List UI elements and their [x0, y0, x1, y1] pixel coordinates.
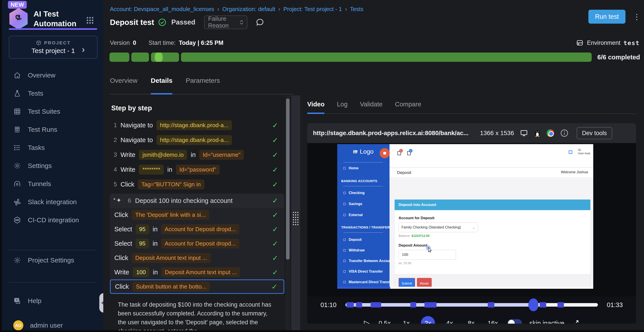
sidebar-item-test-suites[interactable]: Test Suites: [2, 102, 103, 120]
timeline-playhead[interactable]: [528, 298, 538, 311]
step-locator-chip[interactable]: Deposit Amount text input ...: [161, 267, 240, 277]
bank-nav-checking[interactable]: Checking: [344, 191, 364, 195]
step-locator-chip[interactable]: Id="password": [176, 165, 220, 174]
step-row-1[interactable]: 1 Navigate to http://stage.dbank.prod-a.…: [110, 118, 284, 133]
user-menu[interactable]: AU admin user: [2, 315, 103, 332]
timeline-activity-marker[interactable]: [346, 302, 354, 308]
deposit-amount-input[interactable]: 100: [398, 250, 456, 260]
speed-0.5x[interactable]: 0.5x: [378, 316, 392, 324]
substep-row-6-selected[interactable]: Click Submit button at the botto... ✓: [110, 280, 284, 294]
play-button[interactable]: ▷: [364, 318, 370, 324]
step-group-header[interactable]: ✦ 6 Deposit 100 into checking account ✓: [110, 194, 284, 208]
progress-segment-active[interactable]: [151, 52, 179, 62]
step-row-5[interactable]: 5 Click Tag="BUTTON" Sign in ✓: [110, 177, 284, 192]
progress-segment[interactable]: [181, 52, 592, 62]
kebab-menu-icon[interactable]: ⋮: [633, 12, 640, 21]
step-locator-chip[interactable]: Account for Deposit dropd...: [161, 224, 239, 234]
progress-segment[interactable]: [131, 52, 149, 62]
substep-row-5[interactable]: Write 100 in Deposit Amount text input .…: [110, 265, 284, 280]
timeline-track[interactable]: [346, 303, 598, 306]
sidebar-item-help[interactable]: ? Help: [2, 292, 103, 310]
progress-segment[interactable]: [110, 52, 129, 62]
step-row-3[interactable]: 3 Write jsmith@demo.io in Id="username" …: [110, 148, 284, 162]
sidebar-item-cicd-integration[interactable]: CI-CD integration: [2, 211, 103, 229]
tab-details[interactable]: Details: [151, 73, 172, 94]
sidebar-item-test-runs[interactable]: Test Runs: [2, 120, 103, 139]
bank-nav-external[interactable]: External: [344, 213, 362, 217]
bank-nav-savings[interactable]: Savings: [344, 202, 362, 206]
sidebar-item-tunnels[interactable]: Tunnels: [2, 175, 103, 193]
step-value-chip[interactable]: 95: [136, 224, 149, 234]
breadcrumb-tests[interactable]: Tests: [350, 6, 364, 12]
substep-row-4[interactable]: Click Deposit Amount text input ... ✓: [110, 251, 284, 265]
info-icon[interactable]: [560, 129, 569, 138]
timeline-activity-marker[interactable]: [356, 302, 362, 308]
step-locator-chip[interactable]: Submit button at the botto...: [132, 282, 210, 292]
bank-nav-withdraw[interactable]: Withdraw: [344, 248, 364, 252]
project-selector[interactable]: PROJECT Test project - 1 ›: [9, 36, 98, 59]
step-locator-chip[interactable]: Tag="BUTTON" Sign in: [138, 180, 204, 190]
breadcrumb-account[interactable]: Account: Devspace_all_module_licenses: [110, 6, 214, 12]
timeline-activity-marker[interactable]: [370, 302, 381, 308]
dev-tools-button[interactable]: Dev tools: [577, 127, 612, 139]
timeline-activity-marker[interactable]: [488, 302, 494, 308]
sidebar-item-tasks[interactable]: Tasks: [2, 139, 103, 157]
speed-8x[interactable]: 8x: [464, 316, 478, 324]
bank-notification-icon[interactable]: 0: [398, 151, 401, 155]
step-locator-chip[interactable]: Deposit Amount text input ...: [132, 253, 210, 263]
tab-compare[interactable]: Compare: [395, 95, 421, 114]
app-grid-icon[interactable]: [86, 16, 94, 25]
failure-reason-select[interactable]: Failure Reason: [204, 16, 248, 29]
tab-validate[interactable]: Validate: [360, 95, 383, 114]
step-value-chip[interactable]: 95: [136, 238, 149, 248]
video-stage[interactable]: Logo Home BANKING ACCOUNTS Checking Savi…: [307, 143, 636, 296]
tab-log[interactable]: Log: [337, 95, 348, 114]
step-locator-chip[interactable]: Account for Deposit dropd...: [161, 238, 239, 248]
skip-inactive-toggle[interactable]: [508, 319, 522, 324]
step-locator-chip[interactable]: The 'Deposit' link with a si...: [132, 210, 209, 220]
timeline-activity-marker[interactable]: [558, 302, 564, 308]
sidebar-item-project-settings[interactable]: Project Settings: [2, 251, 103, 269]
speed-1x[interactable]: 1x: [399, 316, 413, 324]
substep-row-2[interactable]: Select 95 in Account for Deposit dropd..…: [110, 222, 284, 236]
step-target-chip[interactable]: http://stage.dbank.prod-a...: [156, 135, 232, 145]
timeline-activity-marker[interactable]: [540, 302, 546, 308]
bank-nav-deposit[interactable]: Deposit: [344, 238, 362, 242]
timeline-activity-marker[interactable]: [424, 302, 436, 308]
scrollbar-thumb[interactable]: [337, 287, 390, 289]
breadcrumb-organization[interactable]: Organization: default: [222, 6, 275, 12]
timeline-activity-marker[interactable]: [410, 302, 416, 308]
scrollbar-thumb[interactable]: [286, 98, 290, 260]
bank-nav-transfer[interactable]: Transfer Between Accounts: [344, 259, 395, 263]
bank-message-icon[interactable]: 0: [407, 151, 411, 155]
speed-2x-active[interactable]: 2x: [421, 316, 435, 324]
step-row-2[interactable]: 2 Navigate to http://stage.dbank.prod-a.…: [110, 133, 284, 148]
sidebar-item-settings[interactable]: Settings: [2, 157, 103, 175]
step-locator-chip[interactable]: Id="username": [199, 150, 244, 160]
sidebar-item-tests[interactable]: Tests: [2, 84, 103, 102]
replay-url[interactable]: http://stage.dbank.prod-apps.relicx.ai:8…: [313, 130, 468, 137]
step-value-chip[interactable]: 100: [133, 267, 149, 277]
step-value-chip[interactable]: ********: [139, 165, 164, 174]
bank-nav-visa[interactable]: VISA Direct Transfer: [344, 270, 383, 274]
bank-nav-home[interactable]: Home: [344, 166, 358, 170]
bank-nav-mastercard[interactable]: Mastercard Direct Transfer: [344, 280, 394, 284]
fullscreen-icon[interactable]: [572, 320, 579, 324]
monitor-icon[interactable]: [520, 129, 528, 137]
account-for-deposit-select[interactable]: Family Checking (Standard Checking)⌄: [398, 222, 478, 232]
speed-16x[interactable]: 16x: [486, 316, 500, 324]
bank-horizontal-scrollbar[interactable]: [337, 287, 593, 289]
step-value-chip[interactable]: jsmith@demo.io: [139, 150, 187, 160]
comment-icon[interactable]: [255, 18, 264, 27]
sidebar-item-overview[interactable]: Overview: [2, 66, 103, 84]
speed-4x[interactable]: 4x: [442, 316, 457, 324]
bank-toolbar-icon[interactable]: [569, 150, 572, 154]
step-target-chip[interactable]: http://stage.dbank.prod-a...: [156, 120, 232, 130]
panel-resize-divider[interactable]: [291, 95, 300, 330]
tab-parameters[interactable]: Parameters: [186, 73, 220, 94]
sidebar-item-slack-integration[interactable]: Slack integration: [2, 193, 103, 211]
substep-row-1[interactable]: Click The 'Deposit' link with a si... ✓: [110, 208, 284, 222]
steps-scrollbar[interactable]: [286, 95, 290, 330]
tab-overview[interactable]: Overview: [110, 73, 138, 94]
step-row-4[interactable]: 4 Write ******** in Id="password" ✓: [110, 162, 284, 177]
